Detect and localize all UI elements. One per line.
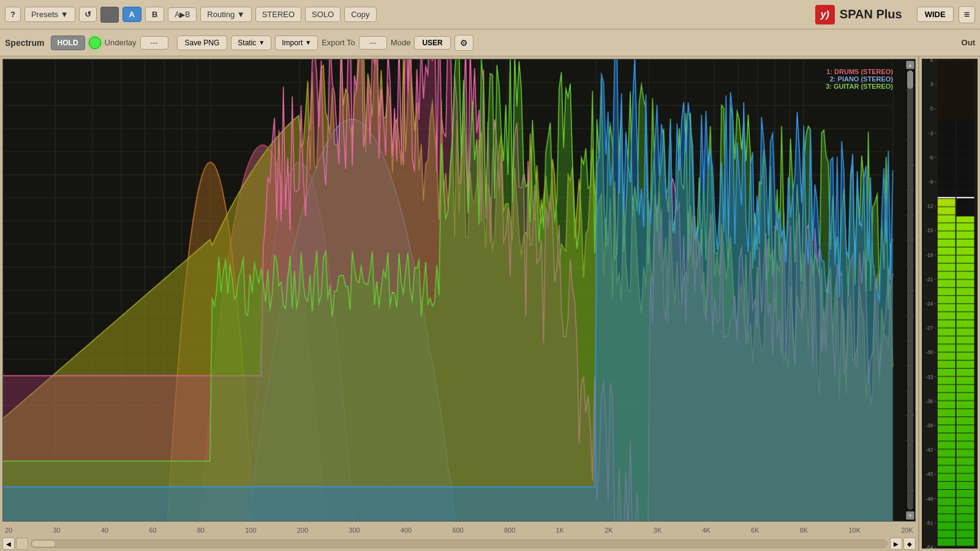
mode-label: Mode: [391, 38, 411, 47]
scroll-up-arrow[interactable]: ▲: [906, 61, 914, 69]
hold-led: [89, 37, 101, 49]
a-button[interactable]: A: [123, 7, 141, 22]
spectrum-label: Spectrum: [5, 38, 45, 48]
presets-button[interactable]: Presets ▼: [24, 7, 75, 22]
logo-icon: y): [815, 5, 835, 24]
scroll-down-arrow[interactable]: ▼: [906, 511, 914, 520]
scroll-track-h[interactable]: [31, 539, 888, 548]
meter-canvas: [922, 59, 978, 549]
toolbar: ? Presets ▼ ↺ A B A▶B Routing ▼ STEREO S…: [0, 0, 980, 29]
copy-button[interactable]: Copy: [344, 7, 376, 22]
solo-button[interactable]: SOLO: [305, 7, 341, 22]
right-panel: [919, 56, 980, 551]
subtoolbar: Spectrum HOLD Underlay --- Save PNG Stat…: [0, 29, 980, 56]
export-value: ---: [359, 36, 387, 50]
scroll-left-arrow[interactable]: ◀: [2, 538, 15, 550]
app-title: SPAN Plus: [840, 7, 902, 21]
refresh-button[interactable]: ↺: [79, 7, 97, 22]
static-button[interactable]: Static ▼: [231, 36, 271, 50]
underlay-value: ---: [140, 36, 168, 50]
stereo-button[interactable]: STEREO: [255, 7, 301, 22]
vu-indicator: [100, 7, 119, 23]
vertical-scroll[interactable]: ▲ ▼: [905, 59, 915, 521]
scroll-thumb-h: [31, 540, 56, 547]
mode-value: USER: [414, 36, 450, 50]
legend: 1: DRUMS (STEREO) 2: PIANO (STEREO) 3: G…: [826, 68, 893, 90]
legend-item-3: 3: GUITAR (STEREO): [826, 83, 893, 90]
scroll-thumb-v: [907, 70, 913, 89]
wide-button[interactable]: WIDE: [917, 7, 954, 22]
spectrum-canvas: [3, 59, 915, 521]
out-label: Out: [962, 38, 975, 47]
bottom-scrollbar[interactable]: ◀ ▶ ◆: [0, 536, 918, 551]
routing-button[interactable]: Routing ▼: [200, 7, 251, 22]
legend-item-2: 2: PIANO (STEREO): [826, 75, 893, 83]
ab-copy-button[interactable]: A▶B: [168, 7, 197, 22]
legend-item-1: 1: DRUMS (STEREO): [826, 68, 893, 75]
save-png-button[interactable]: Save PNG: [177, 36, 228, 50]
scroll-indicator: [16, 538, 28, 550]
import-button[interactable]: Import ▼: [275, 36, 318, 50]
settings-button[interactable]: ⚙: [454, 35, 473, 51]
menu-button[interactable]: ≡: [959, 6, 975, 23]
hold-button[interactable]: HOLD: [51, 36, 85, 50]
main-area: -18-21-24-27-30 -33-36-39-42-45 -48-51-5…: [0, 56, 980, 551]
spectrum-area: -18-21-24-27-30 -33-36-39-42-45 -48-51-5…: [0, 56, 919, 551]
help-button[interactable]: ?: [5, 7, 21, 22]
b-button[interactable]: B: [145, 7, 164, 22]
zoom-reset-button[interactable]: ◆: [903, 538, 916, 550]
meter-area: [919, 56, 980, 551]
scroll-track-v: [907, 70, 913, 510]
underlay-label: Underlay: [105, 38, 137, 47]
export-label: Export To: [322, 38, 355, 47]
freq-labels: 20 30 40 60 80 100 200 300 400 600 800 1…: [2, 527, 916, 534]
spectrum-display[interactable]: -18-21-24-27-30 -33-36-39-42-45 -48-51-5…: [2, 59, 916, 522]
scroll-right-arrow[interactable]: ▶: [890, 538, 902, 550]
logo-area: y) SPAN Plus WIDE ≡: [815, 5, 975, 24]
freq-axis: 20 30 40 60 80 100 200 300 400 600 800 1…: [0, 524, 918, 536]
